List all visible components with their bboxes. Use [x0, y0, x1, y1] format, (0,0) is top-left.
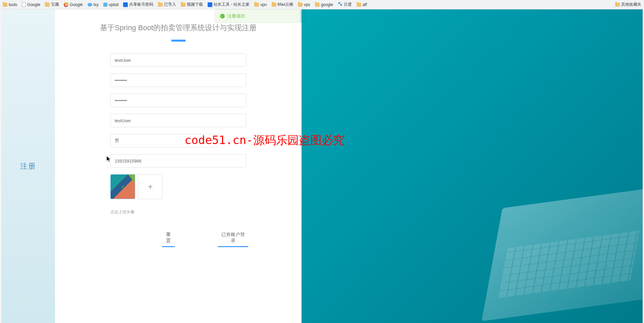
bookmark-google-g[interactable]: GGoogle [64, 2, 83, 7]
bookmark-zhanzhang[interactable]: 站长工具 - 站长之家 [208, 2, 250, 7]
bookmark-label: 其他收藏夹 [621, 2, 641, 7]
app-icon [123, 2, 128, 7]
bookmark-label: 已导入 [164, 2, 176, 7]
bookmark-google-folder[interactable]: google [315, 2, 333, 7]
bookmark-shared-accounts[interactable]: 共享账号密码 [123, 2, 153, 7]
bookmark-uplod[interactable]: uplod [103, 2, 118, 7]
bookmark-google-page[interactable]: Google [22, 2, 40, 7]
bookmark-video-download[interactable]: 视频下载 [181, 2, 203, 7]
bookmark-label: 视频下载 [187, 2, 203, 7]
baidu-icon [338, 2, 342, 7]
bookmark-vpn[interactable]: vpn [254, 2, 267, 7]
bookmark-baidu[interactable]: 百度 [338, 2, 352, 7]
bookmark-label: google [321, 2, 333, 7]
folder-icon [298, 3, 303, 7]
bookmark-label: uplod [109, 2, 118, 7]
folder-icon [45, 3, 50, 7]
bookmark-label: txy [94, 2, 99, 7]
bookmark-txy[interactable]: txy [88, 2, 99, 7]
bookmark-label: tools [9, 2, 17, 7]
upload-icon [103, 3, 107, 7]
bookmark-label: 共享账号密码 [129, 2, 153, 7]
bookmark-label: vpn [260, 2, 267, 7]
bookmark-label: Max云梯 [278, 2, 293, 7]
google-icon: G [64, 2, 68, 7]
bookmark-label: aff [363, 2, 367, 7]
bookmark-baozang[interactable]: 宝藏 [45, 2, 59, 7]
bookmark-vps[interactable]: vps [298, 2, 310, 7]
folder-icon [272, 3, 276, 7]
folder-icon [181, 3, 185, 7]
folder-icon [615, 3, 620, 7]
folder-icon [158, 3, 163, 7]
bookmark-max[interactable]: Max云梯 [272, 2, 293, 7]
folder-icon [315, 3, 320, 7]
bookmark-label: Google [27, 2, 40, 7]
bookmark-label: 站长工具 - 站长之家 [214, 2, 250, 7]
folder-icon [357, 3, 361, 7]
bookmark-label: Google [70, 2, 83, 7]
bookmark-label: 百度 [344, 2, 352, 7]
bookmark-label: vps [304, 2, 310, 7]
folder-icon [254, 3, 259, 7]
bookmark-left-group: tools Google 宝藏 GGoogle txy uplod 共享账号密码… [3, 2, 367, 7]
bookmark-tools[interactable]: tools [3, 2, 17, 7]
bookmark-other[interactable]: 其他收藏夹 [615, 2, 641, 7]
folder-icon [3, 3, 7, 7]
bookmark-aff[interactable]: aff [357, 2, 367, 7]
bookmark-bar: tools Google 宝藏 GGoogle txy uplod 共享账号密码… [0, 0, 644, 9]
app-icon [208, 2, 212, 7]
cloud-icon [88, 3, 92, 6]
bookmark-imported[interactable]: 已导入 [158, 2, 176, 7]
page-icon [22, 2, 26, 7]
bookmark-label: 宝藏 [51, 2, 59, 7]
